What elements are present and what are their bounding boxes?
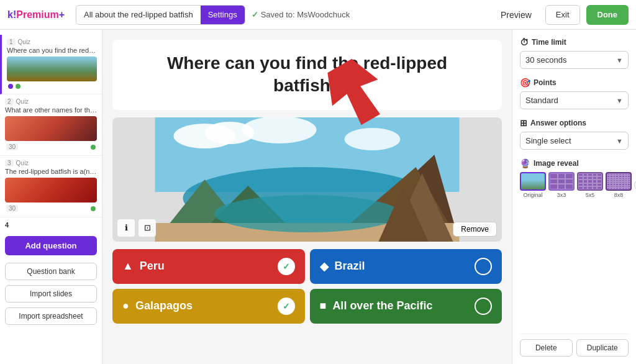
sidebar-item-3-num-badge: 30 (6, 205, 18, 212)
reveal-5x5[interactable]: 5x5 (577, 172, 603, 198)
image-reveal-label: Image reveal (534, 159, 579, 168)
sidebar-section-4: 4 (0, 217, 102, 231)
clock-icon: ⏱ (520, 37, 529, 47)
exit-button[interactable]: Exit (545, 5, 580, 25)
answer-card-c[interactable]: ● Galapagos ✓ (112, 289, 305, 324)
main-layout: 1 Quiz Where can you find the red-lipped… (0, 30, 636, 364)
answer-a-icon: ▲ (122, 260, 134, 273)
sidebar-item-3-title: The red-lipped batfish is a(n)... (5, 168, 97, 175)
answer-d-check (475, 298, 492, 315)
delete-button[interactable]: Delete (520, 339, 573, 357)
settings-button[interactable]: Settings (201, 5, 245, 25)
reveal-icon: 🔮 (520, 158, 530, 168)
grid-icon: ⊞ (520, 118, 527, 128)
dot-3 (91, 145, 96, 150)
points-select[interactable]: Standard ▼ (520, 91, 629, 109)
sidebar-item-1-dots (7, 81, 97, 90)
answer-d-icon: ■ (320, 299, 327, 312)
document-title: All about the red-lipped batfish (76, 10, 201, 19)
sidebar-item-2-title: What are other names for this crea... (5, 106, 97, 114)
image-crop-button[interactable]: ⊡ (139, 219, 156, 237)
reveal-8x8[interactable]: 8x8 (606, 172, 632, 198)
svg-point-4 (242, 117, 317, 143)
reveal-3x3-label: 3x3 (548, 192, 575, 198)
reveal-5x5-thumb (577, 172, 603, 191)
sidebar-item-2-dots: 30 (5, 141, 97, 152)
add-question-button[interactable]: Add question (5, 236, 97, 255)
sidebar-item-1[interactable]: 1 Quiz Where can you find the red-lipped… (0, 35, 102, 94)
done-button[interactable]: Done (586, 5, 629, 25)
sidebar-item-3-thumb (5, 178, 97, 202)
sidebar-item-3-dots: 30 (5, 202, 97, 213)
panel-spacer (520, 207, 629, 325)
check-icon: ✓ (252, 10, 258, 19)
chevron-down-icon-2: ▼ (616, 97, 623, 104)
import-spreadsheet-button[interactable]: Import spreadsheet (5, 307, 97, 325)
time-limit-section: ⏱ Time limit 30 seconds ▼ (520, 37, 629, 69)
sidebar-item-2-num: 2 (5, 98, 14, 105)
answer-grid: ▲ Peru ✓ ◆ Brazil ● Galapagos ✓ ■ All (112, 249, 502, 324)
answer-card-b[interactable]: ◆ Brazil (310, 249, 502, 284)
question-text: Where can you find the red-lipped batfis… (112, 40, 502, 110)
logo: k!Premium+ (7, 9, 65, 20)
time-limit-select[interactable]: 30 seconds ▼ (520, 51, 629, 69)
content-area: Where can you find the red-lipped batfis… (102, 30, 512, 364)
points-value: Standard (525, 96, 558, 105)
preview-button[interactable]: Preview (493, 10, 539, 20)
svg-point-5 (345, 128, 401, 150)
time-limit-value: 30 seconds (525, 55, 567, 65)
reveal-original-label: Original (520, 192, 546, 198)
answer-b-icon: ◆ (320, 260, 329, 273)
answer-b-text: Brazil (335, 260, 469, 273)
title-bar: All about the red-lipped batfish Setting… (76, 5, 245, 25)
remove-image-button[interactable]: Remove (453, 222, 497, 237)
answer-a-text: Peru (140, 260, 271, 273)
sidebar-item-3[interactable]: 3 Quiz The red-lipped batfish is a(n)...… (0, 156, 102, 217)
sidebar-item-1-thumb (7, 57, 97, 81)
answer-c-check: ✓ (278, 298, 295, 315)
answer-c-icon: ● (122, 299, 129, 312)
duplicate-button[interactable]: Duplicate (576, 339, 629, 357)
chevron-down-icon-3: ▼ (616, 137, 623, 145)
image-reveal-section: 🔮 Image reveal Original (520, 158, 629, 198)
answer-d-text: All over the Pacific (332, 299, 468, 312)
answer-card-a[interactable]: ▲ Peru ✓ (112, 249, 305, 284)
time-limit-title: ⏱ Time limit (520, 37, 629, 47)
header: k!Premium+ All about the red-lipped batf… (0, 0, 636, 30)
sidebar-item-1-num: 1 (7, 39, 16, 45)
sidebar-item-1-type: Quiz (18, 39, 31, 45)
dot-1 (8, 84, 13, 89)
reveal-3x3-thumb (548, 172, 575, 191)
saved-text: Saved to: MsWoodchuck (261, 10, 350, 19)
right-panel: ⏱ Time limit 30 seconds ▼ 🎯 Points Stand… (512, 30, 636, 364)
points-section: 🎯 Points Standard ▼ (520, 78, 629, 109)
answer-options-title: ⊞ Answer options (520, 118, 629, 128)
reveal-original-thumb (520, 172, 546, 191)
import-slides-button[interactable]: Import slides (5, 285, 97, 303)
sidebar-item-3-type: Quiz (16, 160, 29, 166)
sidebar-item-2-thumb (5, 116, 97, 141)
svg-point-12 (214, 195, 401, 232)
question-bank-button[interactable]: Question bank (5, 263, 97, 280)
image-info-button[interactable]: ℹ (117, 219, 135, 237)
answer-card-d[interactable]: ■ All over the Pacific (310, 289, 502, 324)
dot-4 (91, 206, 96, 211)
sidebar-item-2-num-badge: 30 (6, 143, 18, 150)
answer-options-value: Single select (525, 136, 571, 145)
reveal-5x5-label: 5x5 (577, 192, 603, 198)
image-reveal-title: 🔮 Image reveal (520, 158, 629, 168)
time-limit-label: Time limit (532, 38, 566, 47)
sidebar-item-1-title: Where can you find the red-lipped... (7, 47, 97, 54)
reveal-3x3[interactable]: 3x3 (548, 172, 575, 198)
chevron-down-icon: ▼ (616, 57, 623, 64)
sidebar-item-2[interactable]: 2 Quiz What are other names for this cre… (0, 94, 102, 156)
answer-c-text: Galapagos (135, 299, 271, 312)
question-image: ℹ ⊡ Remove (112, 117, 502, 242)
saved-status: ✓ Saved to: MsWoodchuck (252, 10, 350, 19)
answer-options-label: Answer options (530, 119, 586, 127)
answer-a-check: ✓ (278, 258, 295, 275)
sidebar-item-3-num: 3 (5, 160, 14, 166)
answer-options-select[interactable]: Single select ▼ (520, 132, 629, 150)
reveal-original[interactable]: Original (520, 172, 546, 198)
reveal-8x8-thumb (606, 172, 632, 191)
